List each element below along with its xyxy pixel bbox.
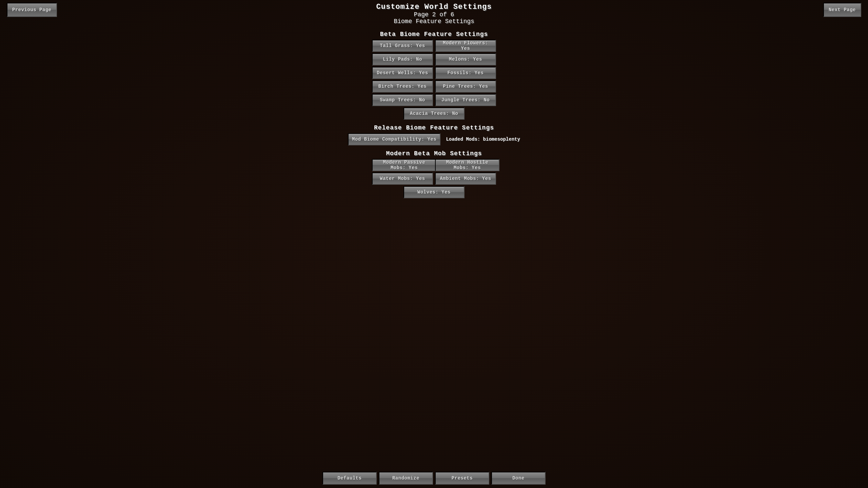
next-page-button[interactable]: Next Page: [823, 3, 861, 17]
release-biome-section-title: Release Biome Feature Settings: [374, 124, 494, 131]
beta-biome-row-2: Lily Pads: No Melons: Yes: [372, 53, 496, 65]
swamp-trees-button[interactable]: Swamp Trees: No: [372, 94, 433, 106]
mob-row-2: Water Mobs: Yes Ambient Mobs: Yes: [372, 172, 496, 185]
acacia-trees-button[interactable]: Acacia Trees: No: [403, 107, 465, 120]
mob-section-title: Modern Beta Mob Settings: [386, 150, 482, 157]
jungle-trees-button[interactable]: Jungle Trees: No: [435, 94, 496, 106]
birch-trees-button[interactable]: Birch Trees: Yes: [372, 80, 433, 93]
modern-passive-mobs-button[interactable]: Modern Passive Mobs: Yes: [372, 159, 436, 171]
beta-biome-row-6: Acacia Trees: No: [403, 107, 465, 120]
previous-page-button[interactable]: Previous Page: [7, 3, 57, 17]
loaded-mods-label: Loaded Mods: biomesoplenty: [446, 137, 520, 142]
tall-grass-button[interactable]: Tall Grass: Yes: [372, 40, 433, 52]
wolves-button[interactable]: Wolves: Yes: [403, 186, 465, 198]
page-title: Customize World Settings: [376, 3, 492, 11]
ambient-mobs-button[interactable]: Ambient Mobs: Yes: [435, 172, 496, 185]
pine-trees-button[interactable]: Pine Trees: Yes: [435, 80, 496, 93]
fossils-button[interactable]: Fossils: Yes: [435, 67, 496, 79]
page-header: Customize World Settings Page 2 of 6 Bio…: [376, 3, 492, 25]
randomize-button[interactable]: Randomize: [379, 472, 433, 485]
page-number: Page 2 of 6: [376, 11, 492, 18]
beta-biome-section-title: Beta Biome Feature Settings: [380, 31, 488, 38]
mob-row-1: Modern Passive Mobs: Yes Modern Hostile …: [372, 159, 496, 171]
mod-biome-compat-button[interactable]: Mod Biome Compatibility: Yes: [348, 133, 440, 145]
done-button[interactable]: Done: [491, 472, 546, 485]
bottom-bar: Defaults Randomize Presets Done: [322, 472, 546, 485]
beta-biome-row-5: Swamp Trees: No Jungle Trees: No: [372, 94, 496, 106]
beta-biome-row-3: Desert Wells: Yes Fossils: Yes: [372, 67, 496, 79]
mob-row-3: Wolves: Yes: [403, 186, 465, 198]
defaults-button[interactable]: Defaults: [322, 472, 377, 485]
beta-biome-row-4: Birch Trees: Yes Pine Trees: Yes: [372, 80, 496, 93]
presets-button[interactable]: Presets: [435, 472, 489, 485]
melons-button[interactable]: Melons: Yes: [435, 53, 496, 65]
modern-flowers-button[interactable]: Modern Flowers: Yes: [435, 40, 496, 52]
modern-hostile-mobs-button[interactable]: Modern Hostile Mobs: Yes: [435, 159, 499, 171]
page-section: Biome Feature Settings: [376, 18, 492, 25]
release-biome-controls: Mod Biome Compatibility: Yes Loaded Mods…: [348, 133, 520, 145]
desert-wells-button[interactable]: Desert Wells: Yes: [372, 67, 433, 79]
beta-biome-row-1: Tall Grass: Yes Modern Flowers: Yes: [372, 40, 496, 52]
water-mobs-button[interactable]: Water Mobs: Yes: [372, 172, 433, 185]
lily-pads-button[interactable]: Lily Pads: No: [372, 53, 433, 65]
